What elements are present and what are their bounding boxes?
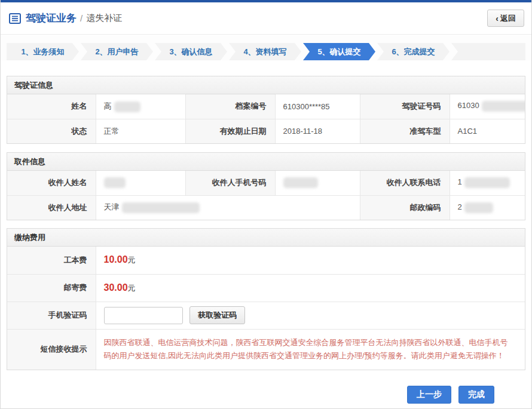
- field-label: 短信接收提示: [7, 329, 96, 370]
- table-row: 邮寄费 30.00元: [7, 274, 525, 302]
- back-button-label: 返回: [500, 13, 516, 24]
- step-6-finish-submit[interactable]: 6、完成提交: [377, 43, 450, 60]
- redacted-blur: [482, 101, 525, 112]
- footer-actions: 上一步 完成: [1, 370, 531, 404]
- section-title: 取件信息: [7, 153, 525, 171]
- table-row: 状态 正常 有效期止日期 2018-11-18 准驾车型 A1C1: [7, 119, 525, 143]
- breadcrumb-current: 遗失补证: [86, 13, 122, 24]
- table-row: 姓名 高 档案编号 610300****85 驾驶证号码 61030: [7, 94, 525, 119]
- redacted-blur: [464, 202, 493, 213]
- sms-code-input[interactable]: [104, 307, 183, 324]
- step-3-confirm-info[interactable]: 3、确认信息: [155, 43, 227, 60]
- wizard-steps: 1、业务须知 2、用户申告 3、确认信息 4、资料填写 5、确认提交 6、完成提…: [1, 35, 531, 60]
- fee-production-value: 10.00元: [96, 247, 525, 274]
- redacted-blur: [104, 177, 126, 188]
- field-label: 收件人姓名: [7, 171, 96, 195]
- table-row: 手机验证码 获取验证码: [7, 302, 525, 329]
- field-value: A1C1: [450, 119, 525, 143]
- fee-unit: 元: [128, 256, 136, 265]
- field-label: 收件人地址: [7, 195, 96, 220]
- fee-unit: 元: [128, 284, 136, 293]
- field-label: 档案编号: [185, 94, 275, 119]
- field-value: 正常: [96, 119, 185, 143]
- field-value: 2018-11-18: [275, 119, 360, 143]
- steps-filler: [451, 43, 525, 60]
- fee-amount: 10.00: [104, 254, 128, 265]
- back-arrow-icon: ‹: [496, 14, 499, 23]
- breadcrumb-separator: /: [80, 13, 82, 23]
- field-value: 天津: [96, 195, 360, 220]
- finish-button[interactable]: 完成: [458, 386, 494, 404]
- section-fees: 缴纳费用 工本费 10.00元 邮寄费 30.00元 手机验证码 获取验证码: [7, 228, 525, 370]
- field-label: 准驾车型: [360, 119, 450, 143]
- step-2-user-declaration[interactable]: 2、用户申告: [81, 43, 153, 60]
- pickup-info-table: 收件人姓名 收件人手机号码 收件人联系电话 1 收件人地址 天津 邮政编码 2: [7, 171, 525, 220]
- captcha-cell: 获取验证码: [96, 302, 525, 329]
- field-value: 610300****85: [275, 94, 360, 119]
- field-value: 61030: [450, 94, 525, 119]
- section-title: 驾驶证信息: [7, 76, 525, 94]
- field-value: 2: [450, 195, 525, 220]
- field-label: 手机验证码: [7, 302, 96, 329]
- field-label: 工本费: [7, 247, 96, 274]
- field-label: 有效期止日期: [185, 119, 275, 143]
- breadcrumb-section[interactable]: 驾驶证业务: [26, 11, 77, 25]
- section-title: 缴纳费用: [7, 229, 525, 247]
- fees-table: 工本费 10.00元 邮寄费 30.00元 手机验证码 获取验证码 短信接收提: [7, 247, 525, 370]
- section-license-info: 驾驶证信息 姓名 高 档案编号 610300****85 驾驶证号码 61030…: [7, 76, 525, 144]
- field-value: 1: [450, 171, 525, 195]
- back-button[interactable]: ‹ 返回: [487, 10, 524, 27]
- fee-postage-value: 30.00元: [96, 274, 525, 302]
- section-pickup-info: 取件信息 收件人姓名 收件人手机号码 收件人联系电话 1 收件人地址 天津 邮政…: [7, 152, 525, 220]
- field-label: 邮政编码: [360, 195, 450, 220]
- redacted-blur: [114, 102, 140, 112]
- field-label: 姓名: [7, 94, 96, 119]
- field-label: 收件人手机号码: [185, 171, 275, 195]
- redacted-blur: [283, 177, 318, 188]
- table-row: 收件人姓名 收件人手机号码 收件人联系电话 1: [7, 171, 525, 195]
- sms-notice-text: 因陕西省联通、电信运营商技术问题，陕西省互联网交通安全综合服务管理平台无法向持陕…: [96, 329, 525, 370]
- list-icon: [9, 13, 21, 24]
- table-row: 收件人地址 天津 邮政编码 2: [7, 195, 525, 220]
- license-info-table: 姓名 高 档案编号 610300****85 驾驶证号码 61030 状态 正常…: [7, 94, 525, 143]
- field-label: 状态: [7, 119, 96, 143]
- page: 驾驶证业务 / 遗失补证 ‹ 返回 1、业务须知 2、用户申告 3、确认信息 4…: [0, 0, 532, 409]
- field-label: 收件人联系电话: [360, 171, 450, 195]
- redacted-blur: [464, 177, 510, 188]
- field-value: [96, 171, 185, 195]
- step-4-fill-data[interactable]: 4、资料填写: [229, 43, 301, 60]
- field-label: 驾驶证号码: [360, 94, 450, 119]
- field-value: [275, 171, 360, 195]
- field-value: 高: [96, 94, 185, 119]
- step-1-business-notice[interactable]: 1、业务须知: [7, 43, 79, 60]
- page-header: 驾驶证业务 / 遗失补证 ‹ 返回: [1, 2, 531, 35]
- get-sms-code-button[interactable]: 获取验证码: [189, 306, 245, 324]
- field-label: 邮寄费: [7, 274, 96, 302]
- previous-step-button[interactable]: 上一步: [407, 386, 451, 404]
- redacted-blur: [122, 202, 200, 213]
- table-row: 短信接收提示 因陕西省联通、电信运营商技术问题，陕西省互联网交通安全综合服务管理…: [7, 329, 525, 370]
- step-5-confirm-submit[interactable]: 5、确认提交: [303, 43, 375, 60]
- table-row: 工本费 10.00元: [7, 247, 525, 274]
- fee-amount: 30.00: [104, 282, 128, 293]
